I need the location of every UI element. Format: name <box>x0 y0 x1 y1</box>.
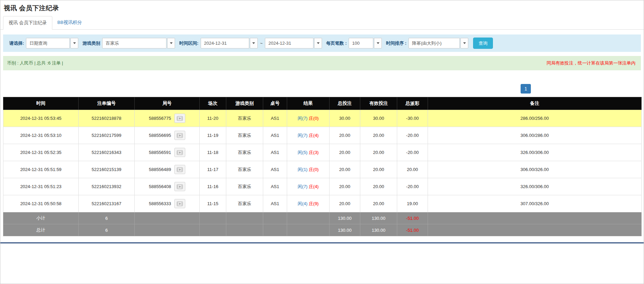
cell-total-bet[interactable]: 20.00 <box>330 161 360 178</box>
cell-result: 闲(7) 庄(0) <box>287 110 330 127</box>
page-size-group <box>349 38 382 48</box>
game-type-value[interactable]: 百家乐 <box>102 38 166 48</box>
header-remark: 备注 <box>428 97 642 110</box>
cell-game-type: 百家乐 <box>226 178 263 195</box>
cell-round-id: 588556489 <box>135 161 200 178</box>
footer-empty-cell <box>263 212 287 224</box>
cell-time: 2024-12-31 05:53:45 <box>3 110 79 127</box>
film-replay-icon <box>177 116 183 121</box>
game-type-select[interactable]: 百家乐 <box>102 38 175 48</box>
cell-time: 2024-12-31 05:53:10 <box>3 127 79 144</box>
sort-order-caret-button[interactable] <box>460 38 468 48</box>
sort-order-value[interactable]: 降幂(由大到小) <box>408 38 460 48</box>
cell-remark: 306.00/286.00 <box>428 127 642 144</box>
cell-session: 11-19 <box>200 127 226 144</box>
date-to-caret-button[interactable] <box>314 38 322 48</box>
search-button[interactable]: 查询 <box>473 38 493 49</box>
query-type-caret-button[interactable] <box>70 38 78 48</box>
cell-bet-id: 522160213932 <box>79 178 135 195</box>
pagination: 1 <box>0 84 644 94</box>
footer-empty-cell <box>428 212 642 224</box>
cell-table-no: AS1 <box>263 178 287 195</box>
replay-video-button[interactable] <box>174 131 185 140</box>
cell-time: 2024-12-31 05:51:23 <box>3 178 79 195</box>
replay-video-button[interactable] <box>174 165 185 174</box>
result-banker: 庄(0) <box>309 167 319 172</box>
page-size-input[interactable] <box>349 38 373 48</box>
replay-video-button[interactable] <box>174 114 185 123</box>
cell-remark: 326.00/306.00 <box>428 144 642 161</box>
footer-empty-cell <box>226 212 263 224</box>
cell-remark: 326.00/306.00 <box>428 178 642 195</box>
round-id-text: 588556695 <box>149 133 171 138</box>
page-size-caret-button[interactable] <box>374 38 382 48</box>
cell-table-no: AS1 <box>263 144 287 161</box>
cell-payout: 19.00 <box>397 195 428 212</box>
header-table-no: 桌号 <box>263 97 287 110</box>
film-replay-icon <box>177 133 183 138</box>
round-id-text: 588556591 <box>149 150 171 155</box>
result-player: 闲(1) <box>298 167 308 172</box>
cell-total-bet[interactable]: 30.00 <box>330 110 360 127</box>
cell-valid-bet: 20.00 <box>360 161 397 178</box>
total-row: 总计 6 130.00 130.00 -51.00 <box>3 224 642 236</box>
result-banker: 庄(9) <box>309 201 319 206</box>
valid-bet-notice: 同局有效投注，统一计算在该局第一张注单内 <box>547 60 637 66</box>
table-row: 2024-12-31 05:53:45 522160218878 5885567… <box>3 110 642 127</box>
result-player: 闲(4) <box>298 201 308 206</box>
date-from-caret-button[interactable] <box>250 38 258 48</box>
time-range-label: 时间区间: <box>179 40 198 46</box>
chevron-down-icon <box>377 42 379 44</box>
query-type-value[interactable]: 日期查询 <box>26 38 70 48</box>
pagination-page-1[interactable]: 1 <box>521 84 531 94</box>
cell-total-bet[interactable]: 20.00 <box>330 195 360 212</box>
cell-total-bet[interactable]: 20.00 <box>330 127 360 144</box>
page-size-label: 每页笔数 : <box>326 40 347 46</box>
header-round-id: 局号 <box>135 97 200 110</box>
chevron-down-icon <box>252 42 255 44</box>
date-to-input[interactable] <box>265 38 313 48</box>
cell-payout: -20.00 <box>397 144 428 161</box>
footer-empty-cell <box>135 224 200 236</box>
total-payout: -51.00 <box>397 224 428 236</box>
cell-bet-id: 522160215139 <box>79 161 135 178</box>
cell-game-type: 百家乐 <box>226 127 263 144</box>
cell-total-bet[interactable]: 20.00 <box>330 144 360 161</box>
query-type-select[interactable]: 日期查询 <box>26 38 78 48</box>
footer-empty-cell <box>428 224 642 236</box>
footer-empty-cell <box>135 212 200 224</box>
cell-payout: -30.00 <box>397 110 428 127</box>
sort-order-select[interactable]: 降幂(由大到小) <box>408 38 468 48</box>
cell-remark: 306.00/326.00 <box>428 161 642 178</box>
replay-video-button[interactable] <box>174 199 185 208</box>
cell-game-type: 百家乐 <box>226 110 263 127</box>
cell-valid-bet: 30.00 <box>360 110 397 127</box>
tab-betting-records[interactable]: 视讯 会员下注纪录 <box>3 16 52 30</box>
cell-bet-id: 522160218878 <box>79 110 135 127</box>
filter-bar: 请选择: 日期查询 游戏类别 百家乐 时间区间: ~ 每页笔数 : 时间排序 :… <box>3 34 641 52</box>
footer-empty-cell <box>287 212 330 224</box>
footer-empty-cell <box>200 212 226 224</box>
total-valid-bet: 130.00 <box>360 224 397 236</box>
header-time: 时间 <box>3 97 79 110</box>
cell-table-no: AS1 <box>263 127 287 144</box>
replay-video-button[interactable] <box>174 182 185 191</box>
page-frame: 视讯 会员下注纪录 视讯 会员下注纪录 BB视讯积分 请选择: 日期查询 游戏类… <box>0 0 644 284</box>
cell-payout: -20.00 <box>397 127 428 144</box>
cell-time: 2024-12-31 05:52:35 <box>3 144 79 161</box>
tab-bb-points[interactable]: BB视讯积分 <box>52 16 87 30</box>
subtotal-total-bet: 130.00 <box>330 212 360 224</box>
game-type-caret-button[interactable] <box>167 38 175 48</box>
date-from-input[interactable] <box>201 38 249 48</box>
chevron-down-icon <box>170 42 173 44</box>
cell-valid-bet: 20.00 <box>360 195 397 212</box>
result-player: 闲(7) <box>298 133 308 138</box>
cell-valid-bet: 20.00 <box>360 127 397 144</box>
replay-video-button[interactable] <box>174 148 185 157</box>
subtotal-label: 小计 <box>3 212 79 224</box>
total-total-bet: 130.00 <box>330 224 360 236</box>
cell-time: 2024-12-31 05:51:59 <box>3 161 79 178</box>
cell-remark: 307.00/326.00 <box>428 195 642 212</box>
cell-result: 闲(7) 庄(4) <box>287 178 330 195</box>
cell-total-bet[interactable]: 20.00 <box>330 178 360 195</box>
